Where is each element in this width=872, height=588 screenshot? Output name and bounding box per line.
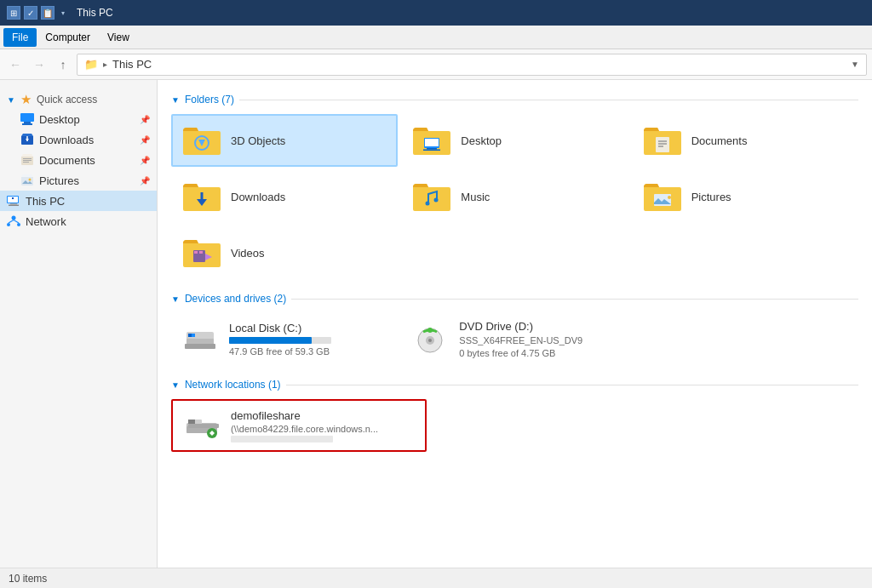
- title-bar: ⊞ ✓ 📋 ▾ This PC: [0, 0, 872, 26]
- svg-rect-5: [23, 160, 32, 161]
- svg-rect-4: [23, 158, 32, 159]
- dvd-drive-name: DVD Drive (D:): [459, 320, 582, 333]
- sidebar-quick-access-header[interactable]: ▼ ★ Quick access: [0, 87, 157, 109]
- device-dvd-drive[interactable]: DVD Drive (D:) SSS_X64FREE_EN-US_DV9 0 b…: [401, 313, 628, 365]
- folder-icon-documents: [642, 123, 683, 158]
- title-bar-title: This PC: [77, 7, 113, 19]
- title-bar-qat-dropdown[interactable]: ▾: [61, 9, 65, 17]
- sidebar-item-downloads[interactable]: Downloads 📌: [0, 129, 157, 150]
- pictures-folder-icon: [20, 174, 34, 187]
- network-item-demofileshare[interactable]: demofileshare (\\demo84229.file.core.win…: [171, 399, 427, 452]
- svg-point-14: [7, 223, 10, 226]
- sidebar: ▼ ★ Quick access Desktop 📌 Downloads 📌: [0, 80, 158, 568]
- dvd-drive-icon: [410, 322, 450, 357]
- svg-point-15: [17, 223, 20, 226]
- forward-button[interactable]: →: [29, 54, 49, 75]
- network-header-label: Network locations (1): [185, 379, 281, 391]
- svg-rect-21: [425, 139, 439, 146]
- network-chevron: ▼: [171, 380, 180, 390]
- pin-desktop-icon[interactable]: 📌: [140, 115, 150, 124]
- local-disk-name: Local Disk (C:): [229, 322, 331, 334]
- pin-pictures-icon[interactable]: 📌: [140, 176, 150, 186]
- documents-folder-icon: [20, 153, 34, 167]
- address-chevron: ▸: [103, 60, 107, 69]
- svg-rect-51: [188, 424, 219, 428]
- devices-section-header[interactable]: ▼ Devices and drives (2): [171, 293, 858, 305]
- folder-item-documents[interactable]: Documents: [632, 114, 858, 167]
- menu-item-file[interactable]: File: [3, 28, 37, 47]
- svg-rect-0: [20, 113, 34, 122]
- status-count: 10 items: [9, 573, 47, 585]
- address-dropdown-icon[interactable]: ▼: [851, 60, 859, 69]
- sidebar-item-documents[interactable]: Documents 📌: [0, 150, 157, 170]
- folder-desktop-label: Desktop: [461, 134, 502, 147]
- folder-pictures-label: Pictures: [691, 191, 731, 203]
- quick-access-icon: ★: [20, 92, 32, 107]
- svg-line-16: [9, 220, 14, 224]
- folder-item-videos[interactable]: Videos: [171, 226, 398, 279]
- network-drive-path: (\\demo84229.file.core.windows.n...: [231, 424, 378, 434]
- dvd-drive-sub1: SSS_X64FREE_EN-US_DV9: [459, 335, 582, 345]
- dvd-drive-info: DVD Drive (D:) SSS_X64FREE_EN-US_DV9 0 b…: [459, 320, 582, 358]
- devices-divider: [291, 299, 858, 300]
- up-button[interactable]: ↑: [53, 54, 73, 75]
- address-box[interactable]: 📁 ▸ This PC ▼: [77, 54, 867, 76]
- svg-point-45: [428, 339, 432, 342]
- svg-rect-6: [23, 162, 29, 163]
- svg-rect-1: [24, 122, 31, 123]
- folders-grid: 3D Objects Desktop Documents: [171, 114, 858, 279]
- folder-3d-objects-label: 3D Objects: [231, 134, 285, 147]
- folder-icon-videos: [181, 235, 222, 271]
- pin-documents-icon[interactable]: 📌: [140, 156, 150, 165]
- quick-access-label: Quick access: [37, 94, 97, 106]
- sidebar-desktop-label: Desktop: [39, 113, 80, 126]
- sidebar-documents-label: Documents: [39, 154, 95, 167]
- title-bar-icon-3: 📋: [41, 6, 54, 20]
- folder-icon-music: [411, 179, 452, 214]
- svg-point-47: [427, 328, 433, 333]
- menu-item-computer[interactable]: Computer: [37, 28, 99, 47]
- svg-rect-11: [9, 205, 19, 207]
- svg-point-7: [29, 179, 32, 181]
- network-drive-icon: [181, 408, 222, 443]
- folder-item-music[interactable]: Music: [401, 170, 628, 223]
- dvd-drive-sub2: 0 bytes free of 4.75 GB: [459, 348, 582, 358]
- local-disk-info: Local Disk (C:) 47.9 GB free of 59.3 GB: [229, 322, 331, 357]
- folder-item-pictures[interactable]: Pictures: [632, 170, 858, 223]
- title-bar-icons: ⊞ ✓ 📋: [7, 6, 54, 20]
- sidebar-item-pictures[interactable]: Pictures 📌: [0, 170, 157, 191]
- sidebar-pictures-label: Pictures: [39, 174, 79, 187]
- folders-divider: [239, 100, 858, 100]
- svg-rect-40: [185, 344, 215, 349]
- svg-rect-22: [427, 148, 437, 150]
- pin-downloads-icon[interactable]: 📌: [140, 135, 150, 145]
- sidebar-item-desktop[interactable]: Desktop 📌: [0, 109, 157, 129]
- sidebar-downloads-label: Downloads: [39, 134, 94, 146]
- network-icon: [7, 214, 20, 228]
- sidebar-item-network[interactable]: Network: [0, 211, 157, 231]
- address-folder-icon: 📁: [84, 58, 98, 71]
- svg-rect-23: [423, 150, 440, 151]
- svg-rect-42: [188, 334, 192, 337]
- network-section-header[interactable]: ▼ Network locations (1): [171, 379, 858, 391]
- network-items-container: demofileshare (\\demo84229.file.core.win…: [171, 399, 858, 452]
- folder-item-3d-objects[interactable]: 3D Objects: [171, 114, 398, 167]
- title-bar-icon-1: ⊞: [7, 6, 20, 20]
- folder-icon-3d-objects: [181, 123, 222, 158]
- menu-item-view[interactable]: View: [99, 28, 138, 47]
- folder-documents-label: Documents: [691, 134, 748, 147]
- address-bar: ← → ↑ 📁 ▸ This PC ▼: [0, 49, 872, 80]
- network-drive-name: demofileshare: [231, 409, 378, 422]
- svg-line-17: [14, 220, 19, 224]
- folder-item-downloads[interactable]: Downloads: [171, 170, 398, 223]
- device-local-disk[interactable]: Local Disk (C:) 47.9 GB free of 59.3 GB: [171, 313, 398, 365]
- sidebar-item-this-pc[interactable]: This PC: [0, 191, 157, 211]
- folder-item-desktop[interactable]: Desktop: [401, 114, 628, 167]
- svg-rect-12: [12, 197, 14, 199]
- back-button[interactable]: ←: [5, 54, 26, 75]
- devices-header-label: Devices and drives (2): [185, 293, 286, 305]
- quick-access-chevron: ▼: [7, 95, 15, 105]
- folders-section-header[interactable]: ▼ Folders (7): [171, 94, 858, 106]
- desktop-icon: [20, 112, 34, 126]
- network-drive-bar: [231, 436, 333, 442]
